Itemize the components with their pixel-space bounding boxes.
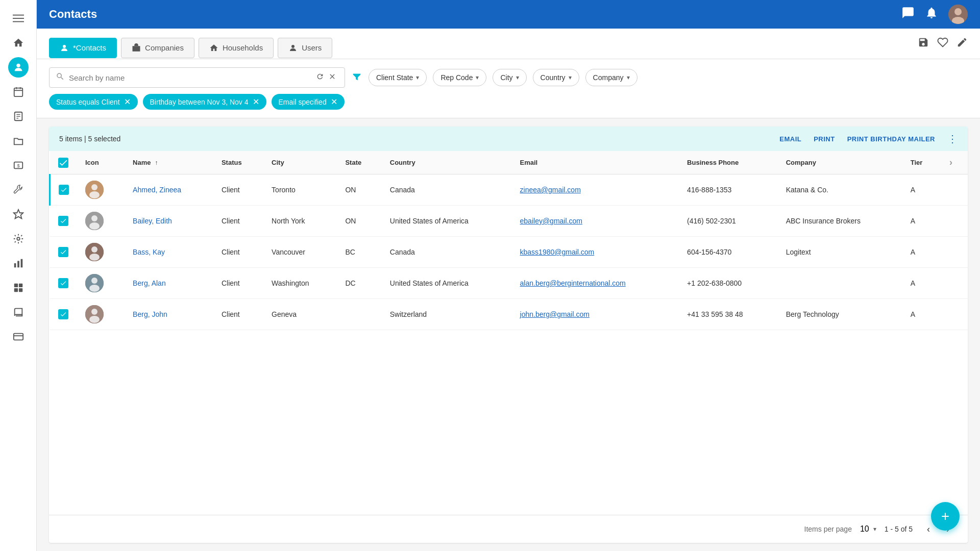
svg-point-15	[17, 237, 20, 240]
row-country-cell: Canada	[382, 237, 512, 268]
tier-column-header: Tier	[902, 151, 941, 174]
row-company-cell	[778, 268, 902, 299]
contact-email-link-3[interactable]: kbass1980@gmail.com	[520, 248, 595, 256]
header-actions	[901, 5, 968, 24]
user-avatar[interactable]	[948, 5, 968, 24]
email-filter-chip[interactable]: Email specified ✕	[272, 94, 345, 110]
svg-rect-22	[18, 288, 22, 292]
email-button[interactable]: EMAIL	[779, 135, 801, 143]
contact-name-link-4[interactable]: Berg, Alan	[133, 279, 166, 287]
contact-email-link-2[interactable]: ebailey@gmail.com	[520, 217, 582, 225]
contact-email-link-1[interactable]: zineea@gmail.com	[520, 186, 581, 194]
scroll-right-header[interactable]: ›	[941, 151, 968, 174]
row-company-cell: ABC Insurance Brokers	[778, 206, 902, 237]
row-phone-cell: +1 202-638-0800	[679, 268, 778, 299]
row-checkbox-4[interactable]	[58, 278, 68, 288]
print-birthday-mailer-button[interactable]: PRINT BIRTHDAY MAILER	[847, 135, 935, 143]
row-avatar-cell	[77, 174, 125, 206]
row-status-cell: Client	[213, 237, 263, 268]
tab-users[interactable]: Users	[278, 38, 332, 58]
filter-icon[interactable]	[351, 71, 362, 85]
grid-icon[interactable]	[8, 278, 29, 298]
message-icon[interactable]	[901, 6, 915, 22]
row-status-cell: Client	[213, 268, 263, 299]
contact-email-link-5[interactable]: john.berg@gmail.com	[520, 310, 590, 318]
tools-icon[interactable]	[8, 180, 29, 200]
svg-rect-21	[14, 288, 17, 292]
dollar-icon[interactable]: $	[8, 155, 29, 176]
home-icon[interactable]	[8, 33, 29, 53]
table-action-bar: EMAIL PRINT PRINT BIRTHDAY MAILER ⋮	[779, 133, 958, 145]
tab-bar: *Contacts Companies Households Users	[37, 29, 980, 59]
client-state-dropdown[interactable]: Client State ▾	[369, 69, 427, 86]
row-checkbox-3[interactable]	[58, 247, 68, 257]
row-avatar-cell	[77, 237, 125, 268]
print-button[interactable]: PRINT	[814, 135, 835, 143]
row-state-cell: BC	[337, 237, 381, 268]
row-checkbox-2[interactable]	[58, 216, 68, 226]
card-icon[interactable]	[8, 327, 29, 347]
svg-point-33	[89, 191, 100, 198]
menu-icon[interactable]	[8, 8, 29, 29]
remove-status-filter[interactable]: ✕	[124, 97, 131, 107]
select-all-header[interactable]	[50, 151, 78, 174]
book-icon[interactable]	[8, 302, 29, 322]
clear-search-button[interactable]	[326, 72, 338, 83]
select-all-checkbox[interactable]	[58, 158, 68, 168]
scroll-right-icon[interactable]: ›	[949, 157, 952, 167]
svg-point-30	[291, 45, 295, 48]
svg-point-32	[91, 184, 97, 190]
folder-icon[interactable]	[8, 131, 29, 151]
search-row: Client State ▾ Rep Code ▾ City ▾ Country…	[49, 67, 968, 88]
row-checkbox-5[interactable]	[58, 309, 68, 319]
favorite-icon[interactable]	[937, 37, 948, 51]
notification-icon[interactable]	[925, 6, 938, 22]
icon-column-header: Icon	[77, 151, 125, 174]
row-city-cell: Toronto	[263, 174, 337, 206]
per-page-chevron[interactable]: ▾	[873, 525, 876, 533]
contact-name-link-2[interactable]: Bailey, Edith	[133, 217, 172, 225]
city-dropdown[interactable]: City ▾	[493, 69, 526, 86]
items-per-page-selector[interactable]: 10 ▾	[860, 524, 876, 534]
country-dropdown[interactable]: Country ▾	[533, 69, 579, 86]
sort-icon: ↑	[155, 159, 158, 166]
contacts-icon[interactable]	[8, 57, 29, 78]
table-body: Ahmed, Zineea Client Toronto ON Canada z…	[50, 174, 968, 330]
svg-text:$: $	[17, 163, 19, 168]
name-column-header[interactable]: Name ↑	[125, 151, 213, 174]
contact-name-link-1[interactable]: Ahmed, Zineea	[133, 186, 181, 194]
contact-name-link-5[interactable]: Berg, John	[133, 310, 167, 318]
rep-code-dropdown[interactable]: Rep Code ▾	[433, 69, 486, 86]
refresh-search-button[interactable]	[314, 72, 326, 83]
save-view-icon[interactable]	[918, 37, 929, 51]
row-checkbox-1[interactable]	[59, 185, 69, 195]
remove-birthday-filter[interactable]: ✕	[253, 97, 259, 107]
more-actions-icon[interactable]: ⋮	[947, 133, 958, 145]
row-name-cell: Bailey, Edith	[125, 206, 213, 237]
row-email-cell: zineea@gmail.com	[512, 174, 679, 206]
svg-rect-20	[18, 284, 22, 287]
row-extra-cell	[941, 206, 968, 237]
svg-point-36	[89, 222, 100, 230]
table-row: Bailey, Edith Client North York ON Unite…	[50, 206, 968, 237]
app-title: Contacts	[49, 8, 97, 21]
contact-avatar-3	[85, 243, 104, 261]
add-contact-fab[interactable]: +	[931, 502, 960, 531]
birthday-filter-chip[interactable]: Birthday between Nov 3, Nov 4 ✕	[143, 94, 266, 110]
search-input[interactable]	[69, 73, 314, 82]
notes-icon[interactable]	[8, 106, 29, 127]
tab-companies[interactable]: Companies	[121, 38, 194, 58]
chart-icon[interactable]	[8, 253, 29, 273]
edit-view-icon[interactable]	[957, 37, 968, 51]
remove-email-filter[interactable]: ✕	[331, 97, 337, 107]
tab-contacts[interactable]: *Contacts	[49, 38, 117, 58]
contact-name-link-3[interactable]: Bass, Kay	[133, 248, 165, 256]
calendar-icon[interactable]	[8, 82, 29, 102]
settings-icon[interactable]	[8, 229, 29, 249]
company-dropdown[interactable]: Company ▾	[585, 69, 638, 86]
search-filter-area: Client State ▾ Rep Code ▾ City ▾ Country…	[37, 59, 980, 118]
status-filter-chip[interactable]: Status equals Client ✕	[49, 94, 138, 110]
tab-households[interactable]: Households	[199, 38, 274, 58]
star-icon[interactable]	[8, 204, 29, 224]
contact-email-link-4[interactable]: alan.berg@berginternational.com	[520, 279, 626, 287]
